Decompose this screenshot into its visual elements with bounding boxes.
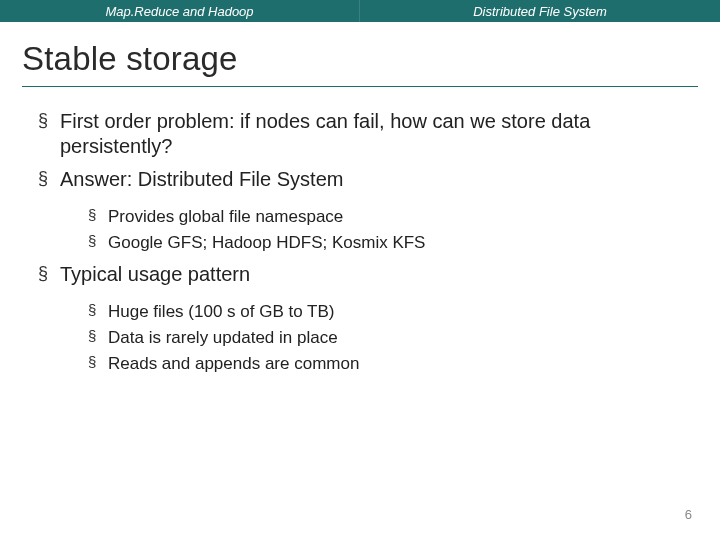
list-item: Provides global file namespace xyxy=(88,206,690,227)
list-item: Huge files (100 s of GB to TB) xyxy=(88,301,690,322)
list-item: Data is rarely updated in place xyxy=(88,327,690,348)
bullet-text: Google GFS; Hadoop HDFS; Kosmix KFS xyxy=(108,233,425,252)
list-item: Google GFS; Hadoop HDFS; Kosmix KFS xyxy=(88,232,690,253)
header-left-label: Map.Reduce and Hadoop xyxy=(0,0,360,22)
bullet-text: Answer: Distributed File System xyxy=(60,168,343,190)
bullet-text: Huge files (100 s of GB to TB) xyxy=(108,302,334,321)
list-item: Reads and appends are common xyxy=(88,353,690,374)
slide-title: Stable storage xyxy=(22,40,698,78)
header-right-label: Distributed File System xyxy=(360,0,720,22)
slide-content: First order problem: if nodes can fail, … xyxy=(0,87,720,374)
header-bar: Map.Reduce and Hadoop Distributed File S… xyxy=(0,0,720,22)
list-item: First order problem: if nodes can fail, … xyxy=(38,109,690,159)
bullet-text: Provides global file namespace xyxy=(108,207,343,226)
page-number: 6 xyxy=(685,507,692,522)
bullet-text: Data is rarely updated in place xyxy=(108,328,338,347)
bullet-text: Reads and appends are common xyxy=(108,354,359,373)
sub-bullet-list: Huge files (100 s of GB to TB) Data is r… xyxy=(60,301,690,375)
title-block: Stable storage xyxy=(0,22,720,82)
bullet-list: First order problem: if nodes can fail, … xyxy=(30,109,690,374)
list-item: Typical usage pattern Huge files (100 s … xyxy=(38,262,690,375)
list-item: Answer: Distributed File System Provides… xyxy=(38,167,690,254)
sub-bullet-list: Provides global file namespace Google GF… xyxy=(60,206,690,254)
bullet-text: First order problem: if nodes can fail, … xyxy=(60,110,590,157)
bullet-text: Typical usage pattern xyxy=(60,263,250,285)
